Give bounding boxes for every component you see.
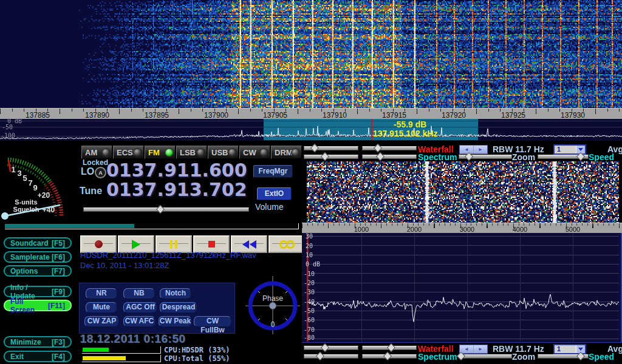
arrow-left-icon[interactable]: ◄	[460, 146, 473, 153]
agc-button[interactable]: AGC Off	[123, 302, 157, 313]
spec-db-label: -20	[304, 280, 315, 286]
speed-slider[interactable]	[538, 155, 589, 159]
pause-icon	[170, 240, 177, 249]
rbw-arrows-button[interactable]: ◄►	[459, 345, 488, 354]
despread-button[interactable]: Despread	[160, 302, 197, 313]
overview-spectrum[interactable]: 0 dB -50 -100 -55.9 dB 137.915.102 kHz	[0, 119, 622, 141]
spec-db-label: -40	[304, 298, 315, 305]
spectrum-range-slider[interactable]	[304, 155, 358, 159]
button-key: [F3]	[52, 338, 65, 346]
mode-fm-button[interactable]: FM	[145, 146, 176, 159]
zoom-slider[interactable]	[459, 354, 512, 359]
playback-progress-bar[interactable]	[5, 223, 299, 229]
slider-thumb[interactable]	[383, 352, 392, 360]
cw-afc-button[interactable]: CW AFC	[123, 316, 156, 327]
zoom-slider[interactable]	[459, 155, 512, 159]
loop-icon	[279, 240, 295, 249]
phase-scope: Phase 0	[245, 276, 300, 334]
loop-button[interactable]	[268, 235, 305, 253]
volume-slider-thumb[interactable]	[156, 205, 165, 214]
wav-filename: HDSDR_20111210_125611Z_137912kHz_RF.wav	[80, 251, 256, 260]
minimize-button[interactable]: Minimize[F3]	[4, 336, 72, 348]
mode-usb-button[interactable]: USB	[208, 146, 239, 159]
cw-peak-button[interactable]: CW Peak	[159, 316, 192, 327]
rbw-arrows-button[interactable]: ◄►	[459, 145, 488, 154]
volume-label: Volume	[255, 202, 284, 212]
volume-slider[interactable]	[83, 207, 249, 212]
main-waterfall-display[interactable]	[0, 0, 622, 108]
button-label: Full Screen	[10, 297, 48, 314]
mode-lsb-button[interactable]: LSB	[176, 146, 207, 159]
rewind-icon	[242, 240, 256, 249]
spec-db-label: -60	[304, 317, 315, 323]
spectrum-offset-slider[interactable]	[362, 354, 417, 359]
playback-progress-fill	[5, 224, 134, 228]
freqmgr-button[interactable]: FreqMgr	[253, 165, 293, 178]
cw-fullbw-button[interactable]: CW FullBw	[194, 316, 231, 327]
waterfall-brightness-slider[interactable]	[362, 346, 417, 350]
lo-auto-button[interactable]: A	[95, 167, 106, 178]
spectrum-tab[interactable]: Spectrum	[418, 152, 457, 162]
mute-button[interactable]: Mute	[86, 302, 117, 313]
audio-spectrum-trace[interactable]	[307, 234, 619, 342]
extio-button[interactable]: ExtIO	[257, 187, 292, 200]
audio-frequency-ruler[interactable]: 1000 2000 3000 4000 5000	[302, 223, 622, 234]
soundcard-button[interactable]: Soundcard[F5]	[4, 237, 72, 249]
notch-button[interactable]: Notch	[160, 288, 191, 299]
slider-thumb[interactable]	[316, 352, 324, 360]
phase-center-dot	[270, 303, 276, 309]
slider-thumb[interactable]	[374, 144, 382, 152]
spectrum-range-slider[interactable]	[304, 354, 358, 359]
waterfall-contrast-slider[interactable]	[304, 146, 358, 150]
cpu-hdsdr-bar	[82, 346, 161, 354]
samplerate-button[interactable]: Samplerate[F6]	[4, 251, 72, 263]
arrow-right-icon[interactable]: ►	[473, 146, 487, 153]
cpu-hdsdr-label: CPU:HDSDR (33%)	[164, 346, 230, 354]
spec-db-label: -10	[304, 271, 315, 277]
waterfall-brightness-slider[interactable]	[362, 146, 417, 150]
led-indicator	[165, 149, 173, 157]
mode-drm-button[interactable]: DRM	[271, 146, 302, 159]
tune-cursor	[371, 119, 372, 140]
spectrum-tab[interactable]: Spectrum	[418, 352, 457, 362]
options-button[interactable]: Options[F7]	[4, 265, 72, 277]
freq-tick: 137920	[436, 111, 472, 120]
button-key: [F5]	[52, 239, 65, 248]
mode-label: FM	[148, 148, 160, 157]
button-key: [F9]	[52, 288, 65, 296]
slider-thumb[interactable]	[376, 152, 384, 161]
cursor-frequency-readout: 137.915.102 kHz	[373, 129, 438, 138]
signal-level-readout: -55.9 dB	[394, 120, 426, 129]
spectrum-offset-slider[interactable]	[362, 155, 417, 159]
smeter-tick: 7	[28, 178, 32, 187]
button-key: [F11]	[48, 302, 65, 310]
phase-tick	[285, 318, 287, 320]
audio-waterfall-display[interactable]	[307, 161, 619, 223]
mode-ecss-button[interactable]: ECSS	[113, 146, 144, 159]
slider-thumb[interactable]	[321, 343, 329, 352]
slider-thumb[interactable]	[387, 343, 395, 352]
full-screen-button[interactable]: Full Screen[F11]	[4, 300, 72, 311]
cw-zap-button[interactable]: CW ZAP	[84, 316, 119, 327]
arrow-right-icon[interactable]: ►	[473, 345, 487, 353]
waterfall-contrast-slider[interactable]	[304, 346, 358, 350]
phase-label: Phase	[262, 294, 283, 303]
arrow-left-icon[interactable]: ◄	[460, 345, 473, 353]
lo-label: LO	[81, 166, 94, 177]
button-label: Options	[10, 267, 38, 275]
led-indicator	[292, 149, 299, 157]
tune-label: Tune	[80, 186, 102, 197]
nr-button[interactable]: NR	[86, 288, 117, 299]
info-update-button[interactable]: Info / Update[F9]	[4, 286, 72, 297]
tune-frequency-display[interactable]: 0137.913.702	[106, 179, 247, 200]
slider-thumb[interactable]	[321, 152, 329, 161]
button-label: Exit	[10, 352, 24, 361]
exit-button[interactable]: Exit[F4]	[4, 351, 72, 362]
mode-cw-button[interactable]: CW	[239, 146, 270, 159]
nb-button[interactable]: NB	[123, 288, 155, 299]
speed-slider[interactable]	[538, 354, 589, 359]
mode-am-button[interactable]: AM	[81, 146, 112, 159]
frequency-ruler[interactable]: 137885 137890 137895 137900 137905 13791…	[0, 108, 622, 120]
slider-thumb[interactable]	[310, 144, 319, 152]
lo-frequency-display[interactable]: 0137.911.600	[106, 160, 247, 181]
